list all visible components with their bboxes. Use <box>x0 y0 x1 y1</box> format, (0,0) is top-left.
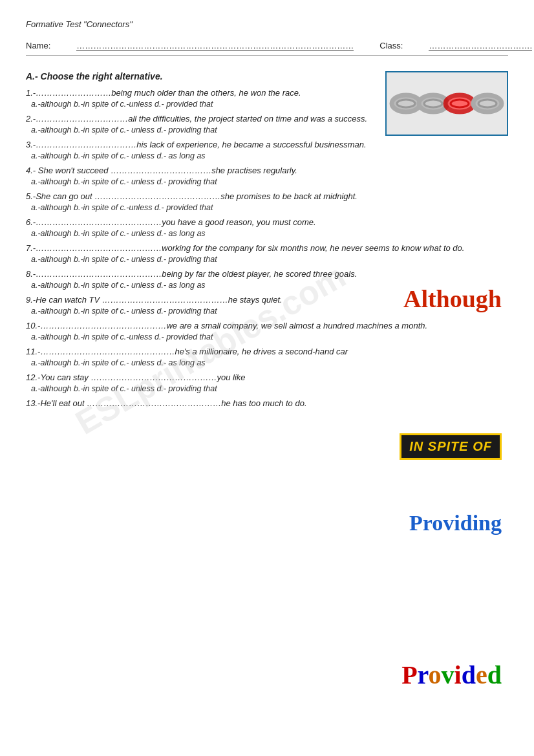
q10-text: 10.-………………………………………we are a small compan… <box>26 321 508 330</box>
question-4: 4.- She won't succeed ………………………………she pr… <box>26 166 508 186</box>
name-class-line: Name: ……………………………………………………………………………………… … <box>26 41 508 56</box>
question-10: 10.-………………………………………we are a small compan… <box>26 321 508 341</box>
q7-text: 7.-………………………………………working for the compan… <box>26 243 508 253</box>
q3-options: a.-although b.-in spite of c.- unless d.… <box>26 151 508 160</box>
q10-options: a.-although b.-in spite of c.-unless d.-… <box>26 332 508 341</box>
q5-options: a.-although b.-in spite of c.-unless d.-… <box>26 203 508 212</box>
name-dots: ……………………………………………………………………………………… <box>76 41 354 51</box>
q13-text: 13.-He'll eat out …………………………………………he has… <box>26 398 508 408</box>
q6-options: a.-although b.-in spite of c.- unless d.… <box>26 229 508 238</box>
question-7: 7.-………………………………………working for the compan… <box>26 243 508 264</box>
inspite-decoration: IN SPITE OF <box>400 433 502 460</box>
q12-options: a.-although b.-in spite of c.- unless d.… <box>26 384 508 393</box>
class-label: Class: <box>379 41 403 51</box>
q11-options: a.-although b.-in spite of c.- unless d.… <box>26 358 508 367</box>
class-dots: ………………………………. <box>429 41 532 51</box>
q8-text: 8.-………………………………………being by far the oldes… <box>26 269 508 279</box>
q12-text: 12.-You can stay ………………………………………you like <box>26 373 508 382</box>
providing-decoration: Providing <box>409 511 502 535</box>
question-13: 13.-He'll eat out …………………………………………he has… <box>26 398 508 408</box>
q4-text: 4.- She won't succeed ………………………………she pr… <box>26 166 508 175</box>
svg-point-2 <box>397 100 415 107</box>
question-5: 5.-She can go out ………………………………………she pro… <box>26 191 508 212</box>
although-decoration: Although <box>403 285 502 313</box>
q4-options: a.-although b.-in spite of c.- unless d.… <box>26 177 508 186</box>
page-title: Formative Test "Connectors" <box>26 19 508 29</box>
question-6: 6.-………………………………………you have a good reason… <box>26 217 508 238</box>
svg-point-4 <box>424 100 442 107</box>
q3-text: 3.-………………………………his lack of experience, h… <box>26 140 508 149</box>
q7-options: a.-although b.-in spite of c.- unless d.… <box>26 255 508 264</box>
q5-text: 5.-She can go out ………………………………………she pro… <box>26 191 508 201</box>
question-3: 3.-………………………………his lack of experience, h… <box>26 140 508 160</box>
q6-text: 6.-………………………………………you have a good reason… <box>26 217 508 227</box>
q11-text: 11.-…………………………………………he's a millionaire, … <box>26 347 508 356</box>
provided-decoration: Provided <box>401 660 502 690</box>
chain-image <box>385 71 508 136</box>
svg-point-8 <box>478 100 497 107</box>
name-label: Name: <box>26 41 50 51</box>
question-12: 12.-You can stay ………………………………………you like… <box>26 373 508 393</box>
svg-point-6 <box>451 100 469 107</box>
main-content: A.- Choose the right alternative. 1.-………… <box>26 71 508 408</box>
question-11: 11.-…………………………………………he's a millionaire, … <box>26 347 508 367</box>
